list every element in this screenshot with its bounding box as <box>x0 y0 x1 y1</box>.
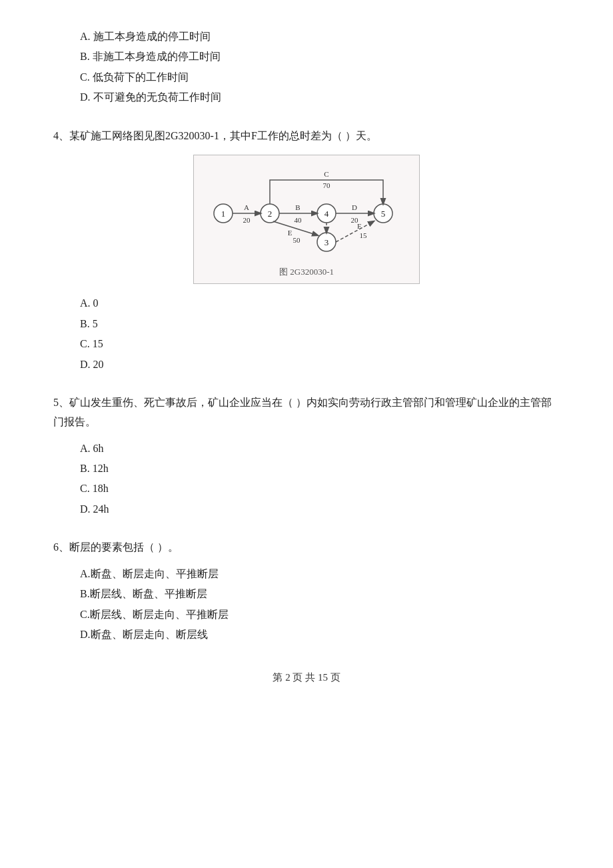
q5-option-a: A. 6h <box>80 439 560 459</box>
svg-text:20: 20 <box>243 216 251 224</box>
question-4-options: A. 0 B. 5 C. 15 D. 20 <box>80 293 560 375</box>
q6-option-b: B.断层线、断盘、平推断层 <box>80 584 560 604</box>
option-d: D. 不可避免的无负荷工作时间 <box>80 87 560 107</box>
question-6: 6、断层的要素包括（ ）。 A.断盘、断层走向、平推断层 B.断层线、断盘、平推… <box>53 538 560 645</box>
svg-text:5: 5 <box>381 209 386 219</box>
q4-option-d: D. 20 <box>80 355 560 375</box>
svg-text:2: 2 <box>268 209 273 219</box>
svg-text:15: 15 <box>360 231 368 239</box>
svg-text:F: F <box>357 222 361 230</box>
q4-option-a: A. 0 <box>80 293 560 313</box>
page-footer: 第 2 页 共 15 页 <box>53 671 560 684</box>
option-a: A. 施工本身造成的停工时间 <box>80 27 560 47</box>
question-5-text: 5、矿山发生重伤、死亡事故后，矿山企业应当在（ ）内如实向劳动行政主管部门和管理… <box>53 393 560 432</box>
q6-option-a: A.断盘、断层走向、平推断层 <box>80 564 560 584</box>
q6-option-c: C.断层线、断层走向、平推断层 <box>80 605 560 625</box>
question-5: 5、矿山发生重伤、死亡事故后，矿山企业应当在（ ）内如实向劳动行政主管部门和管理… <box>53 393 560 519</box>
q6-option-d: D.断盘、断层走向、断层线 <box>80 625 560 645</box>
q5-option-b: B. 12h <box>80 459 560 479</box>
question-5-options: A. 6h B. 12h C. 18h D. 24h <box>80 439 560 520</box>
svg-text:D: D <box>352 203 357 211</box>
question-3-options: A. 施工本身造成的停工时间 B. 非施工本身造成的停工时间 C. 低负荷下的工… <box>53 27 560 108</box>
options-list: A. 施工本身造成的停工时间 B. 非施工本身造成的停工时间 C. 低负荷下的工… <box>80 27 560 108</box>
svg-text:50: 50 <box>293 236 301 244</box>
network-diagram: 1 2 3 4 5 A 20 B 40 D 20 <box>193 155 420 284</box>
svg-text:4: 4 <box>324 209 329 219</box>
svg-text:70: 70 <box>323 181 331 189</box>
diagram-caption: 图 2G320030-1 <box>201 266 412 278</box>
option-c: C. 低负荷下的工作时间 <box>80 67 560 87</box>
svg-text:C: C <box>324 170 328 178</box>
svg-text:40: 40 <box>295 216 303 224</box>
q4-option-c: C. 15 <box>80 334 560 354</box>
svg-text:B: B <box>295 203 300 211</box>
svg-text:A: A <box>244 203 249 211</box>
network-diagram-svg: 1 2 3 4 5 A 20 B 40 D 20 <box>203 163 410 263</box>
q5-option-d: D. 24h <box>80 499 560 519</box>
question-4: 4、某矿施工网络图见图2G320030-1，其中F工作的总时差为（ ）天。 1 … <box>53 127 560 375</box>
svg-line-24 <box>336 221 374 242</box>
question-4-text: 4、某矿施工网络图见图2G320030-1，其中F工作的总时差为（ ）天。 <box>53 127 560 146</box>
question-6-options: A.断盘、断层走向、平推断层 B.断层线、断盘、平推断层 C.断层线、断层走向、… <box>80 564 560 645</box>
svg-text:1: 1 <box>221 209 226 219</box>
question-6-text: 6、断层的要素包括（ ）。 <box>53 538 560 557</box>
svg-text:E: E <box>288 229 293 237</box>
q4-option-b: B. 5 <box>80 314 560 334</box>
option-b: B. 非施工本身造成的停工时间 <box>80 47 560 67</box>
svg-text:3: 3 <box>324 237 329 247</box>
q5-option-c: C. 18h <box>80 479 560 499</box>
